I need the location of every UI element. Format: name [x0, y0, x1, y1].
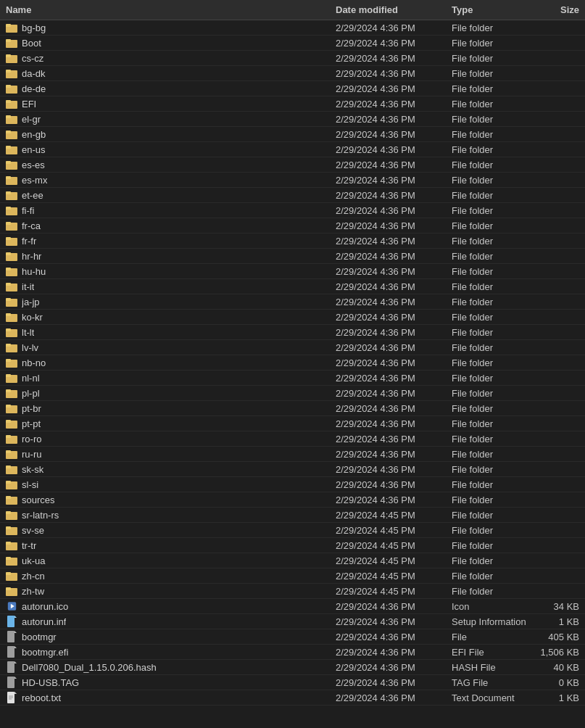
table-row[interactable]: en-us 2/29/2024 4:36 PM File folder [0, 142, 585, 157]
cell-size [533, 88, 585, 89]
table-row[interactable]: tr-tr 2/29/2024 4:45 PM File folder [0, 538, 585, 553]
table-row[interactable]: autorun.inf 2/29/2024 4:36 PM Setup Info… [0, 614, 585, 629]
table-row[interactable]: uk-ua 2/29/2024 4:45 PM File folder [0, 553, 585, 568]
table-row[interactable]: lt-lt 2/29/2024 4:36 PM File folder [0, 325, 585, 340]
cell-size: 1,506 KB [533, 646, 585, 658]
table-row[interactable]: el-gr 2/29/2024 4:36 PM File folder [0, 112, 585, 127]
table-row[interactable]: cs-cz 2/29/2024 4:36 PM File folder [0, 51, 585, 66]
table-row[interactable]: hu-hu 2/29/2024 4:36 PM File folder [0, 264, 585, 279]
table-row[interactable]: bootmgr 2/29/2024 4:36 PM File 405 KB [0, 629, 585, 645]
table-row[interactable]: Boot 2/29/2024 4:36 PM File folder [0, 36, 585, 51]
folder-icon [6, 524, 17, 536]
cell-size [533, 423, 585, 424]
filename: HD-USB.TAG [22, 677, 79, 688]
cell-type: File [446, 631, 533, 643]
table-row[interactable]: sr-latn-rs 2/29/2024 4:45 PM File folder [0, 508, 585, 523]
table-row[interactable]: hr-hr 2/29/2024 4:36 PM File folder [0, 249, 585, 264]
table-row[interactable]: ja-jp 2/29/2024 4:36 PM File folder [0, 294, 585, 310]
svg-rect-80 [6, 420, 11, 421]
table-row[interactable]: es-mx 2/29/2024 4:36 PM File folder [0, 173, 585, 188]
table-row[interactable]: sk-sk 2/29/2024 4:36 PM File folder [0, 462, 585, 477]
filename: lv-lv [22, 342, 38, 353]
filename: Boot [22, 38, 41, 49]
cell-name: reboot.txt [0, 691, 330, 704]
table-row[interactable]: ko-kr 2/29/2024 4:36 PM File folder [0, 310, 585, 325]
table-row[interactable]: fi-fi 2/29/2024 4:36 PM File folder [0, 203, 585, 218]
cell-date: 2/29/2024 4:36 PM [330, 463, 446, 476]
cell-type: File folder [446, 296, 533, 308]
table-row[interactable]: reboot.txt 2/29/2024 4:36 PM Text Docume… [0, 690, 585, 706]
header-date[interactable]: Date modified [330, 3, 446, 17]
svg-rect-38 [6, 207, 11, 208]
folder-icon [6, 128, 17, 140]
folder-icon [6, 159, 17, 170]
cell-date: 2/29/2024 4:36 PM [330, 418, 446, 430]
folder-icon [6, 296, 17, 307]
cell-date: 2/29/2024 4:36 PM [330, 677, 446, 689]
table-row[interactable]: en-gb 2/29/2024 4:36 PM File folder [0, 127, 585, 142]
cell-size [533, 118, 585, 120]
cell-date: 2/29/2024 4:36 PM [330, 661, 446, 674]
table-row[interactable]: pl-pl 2/29/2024 4:36 PM File folder [0, 386, 585, 401]
table-row[interactable]: sl-si 2/29/2024 4:36 PM File folder [0, 477, 585, 492]
cell-date: 2/29/2024 4:36 PM [330, 616, 446, 628]
cell-date: 2/29/2024 4:45 PM [330, 585, 446, 597]
table-row[interactable]: it-it 2/29/2024 4:36 PM File folder [0, 279, 585, 294]
cell-name: pt-pt [0, 417, 330, 430]
filename: sv-se [22, 525, 44, 536]
table-row[interactable]: bootmgr.efi 2/29/2024 4:36 PM EFI File 1… [0, 645, 585, 660]
table-row[interactable]: bg-bg 2/29/2024 4:36 PM File folder [0, 20, 585, 36]
folder-icon [6, 281, 17, 292]
table-row[interactable]: pt-br 2/29/2024 4:36 PM File folder [0, 401, 585, 416]
filename: pt-pt [22, 418, 41, 429]
table-row[interactable]: de-de 2/29/2024 4:36 PM File folder [0, 81, 585, 96]
folder-icon [6, 204, 17, 216]
cell-date: 2/29/2024 4:36 PM [330, 402, 446, 415]
table-row[interactable]: fr-fr 2/29/2024 4:36 PM File folder [0, 233, 585, 249]
table-row[interactable]: Dell7080_Dual_1.15.0.206.hash 2/29/2024 … [0, 660, 585, 675]
table-row[interactable]: pt-pt 2/29/2024 4:36 PM File folder [0, 416, 585, 431]
table-row[interactable]: es-es 2/29/2024 4:36 PM File folder [0, 157, 585, 173]
table-row[interactable]: EFI 2/29/2024 4:36 PM File folder [0, 96, 585, 112]
folder-icon [6, 83, 17, 94]
cell-type: File folder [446, 494, 533, 506]
table-row[interactable]: ro-ro 2/29/2024 4:36 PM File folder [0, 431, 585, 447]
header-name[interactable]: Name [0, 3, 330, 17]
table-row[interactable]: nl-nl 2/29/2024 4:36 PM File folder [0, 371, 585, 386]
filename: hr-hr [22, 251, 41, 262]
cell-name: fr-ca [0, 219, 330, 232]
table-row[interactable]: sv-se 2/29/2024 4:45 PM File folder [0, 523, 585, 538]
table-row[interactable]: zh-cn 2/29/2024 4:45 PM File folder [0, 568, 585, 584]
table-row[interactable]: nb-no 2/29/2024 4:36 PM File folder [0, 355, 585, 371]
cell-date: 2/29/2024 4:45 PM [330, 509, 446, 521]
table-row[interactable]: zh-tw 2/29/2024 4:45 PM File folder [0, 584, 585, 599]
table-row[interactable]: da-dk 2/29/2024 4:36 PM File folder [0, 66, 585, 81]
cell-type: File folder [446, 22, 533, 34]
cell-date: 2/29/2024 4:45 PM [330, 555, 446, 567]
cell-type: File folder [446, 418, 533, 430]
svg-rect-29 [6, 161, 11, 162]
filename: EFI [22, 99, 36, 109]
cell-size [533, 438, 585, 439]
table-row[interactable]: et-ee 2/29/2024 4:36 PM File folder [0, 188, 585, 203]
cell-name: autorun.inf [0, 615, 330, 628]
header-type[interactable]: Type [446, 3, 533, 17]
table-row[interactable]: autorun.ico 2/29/2024 4:36 PM Icon 34 KB [0, 599, 585, 614]
file-icon [6, 677, 17, 688]
svg-rect-20 [6, 115, 11, 117]
filename: fr-ca [22, 220, 41, 231]
table-row[interactable]: lv-lv 2/29/2024 4:36 PM File folder [0, 340, 585, 355]
table-row[interactable]: fr-ca 2/29/2024 4:36 PM File folder [0, 218, 585, 233]
table-row[interactable]: HD-USB.TAG 2/29/2024 4:36 PM TAG File 0 … [0, 675, 585, 690]
header-size[interactable]: Size [533, 3, 585, 17]
filename: pl-pl [22, 388, 40, 399]
table-row[interactable]: sources 2/29/2024 4:36 PM File folder [0, 492, 585, 508]
svg-rect-47 [6, 252, 11, 254]
filename: Dell7080_Dual_1.15.0.206.hash [22, 662, 157, 673]
cell-size [533, 301, 585, 302]
cell-type: EFI File [446, 646, 533, 658]
folder-icon [6, 585, 17, 597]
table-row[interactable]: ru-ru 2/29/2024 4:36 PM File folder [0, 447, 585, 462]
cell-date: 2/29/2024 4:36 PM [330, 357, 446, 369]
cell-size: 405 KB [533, 631, 585, 643]
